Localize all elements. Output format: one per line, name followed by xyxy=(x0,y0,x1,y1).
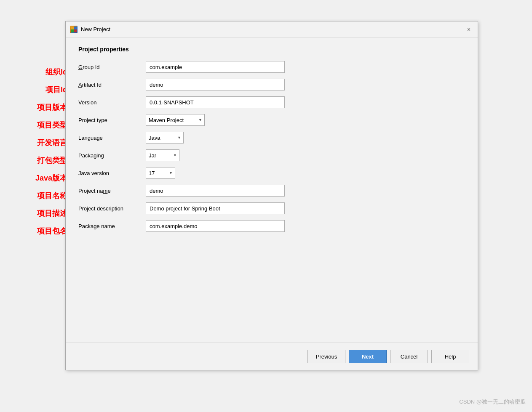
artifact-id-label: Artifact Id xyxy=(78,82,146,88)
dialog-icon xyxy=(70,26,78,33)
svg-rect-0 xyxy=(71,27,74,29)
package-name-label: Package name xyxy=(78,223,146,229)
language-select-wrapper: Java Kotlin Groovy xyxy=(146,132,184,144)
annotation-artifact-id: 项目Id xyxy=(0,81,70,98)
artifact-id-input[interactable] xyxy=(146,79,285,90)
annotation-group-id: 组织Id xyxy=(0,63,70,81)
project-name-input[interactable] xyxy=(146,185,285,197)
group-id-row: Group Id xyxy=(78,61,465,73)
help-button[interactable]: Help xyxy=(431,350,469,363)
dialog-footer: Previous Next Cancel Help xyxy=(66,343,478,370)
group-id-input[interactable] xyxy=(146,61,285,73)
close-button[interactable]: × xyxy=(464,25,473,34)
project-description-label: Project description xyxy=(78,205,146,212)
annotation-project-type: 项目类型 xyxy=(0,116,70,134)
java-version-select[interactable]: 8 11 17 21 xyxy=(146,167,175,179)
previous-button[interactable]: Previous xyxy=(307,350,345,363)
version-input[interactable] xyxy=(146,96,285,108)
java-version-row: Java version 8 11 17 21 xyxy=(78,167,465,179)
java-version-select-wrapper: 8 11 17 21 xyxy=(146,167,175,179)
section-title: Project properties xyxy=(78,46,465,53)
project-name-label: Project name xyxy=(78,188,146,194)
annotation-language: 开发语言 xyxy=(0,134,70,152)
cancel-button[interactable]: Cancel xyxy=(390,350,428,363)
annotation-package-name: 项目包名 xyxy=(0,222,70,240)
next-button[interactable]: Next xyxy=(349,350,387,363)
project-type-select[interactable]: Maven Project Gradle Project xyxy=(146,114,205,126)
project-type-label: Project type xyxy=(78,117,146,123)
version-row: Version xyxy=(78,96,465,108)
packaging-select-wrapper: Jar War xyxy=(146,149,179,161)
project-description-row: Project description xyxy=(78,202,465,214)
artifact-id-row: Artifact Id xyxy=(78,79,465,90)
packaging-row: Packaging Jar War xyxy=(78,149,465,161)
packaging-label: Packaging xyxy=(78,152,146,159)
annotation-project-name: 项目名称 xyxy=(0,187,70,205)
project-type-select-wrapper: Maven Project Gradle Project xyxy=(146,114,205,126)
annotation-project-description: 项目描述 xyxy=(0,205,70,222)
packaging-select[interactable]: Jar War xyxy=(146,149,179,161)
project-name-row: Project name xyxy=(78,185,465,197)
svg-rect-3 xyxy=(74,29,77,32)
language-select[interactable]: Java Kotlin Groovy xyxy=(146,132,184,144)
project-type-row: Project type Maven Project Gradle Projec… xyxy=(78,114,465,126)
annotation-packaging: 打包类型 xyxy=(0,152,70,169)
svg-rect-1 xyxy=(74,27,77,29)
title-bar: New Project × xyxy=(66,21,478,37)
annotation-version: 项目版本 xyxy=(0,98,70,116)
new-project-dialog: New Project × Project properties Group I… xyxy=(65,21,478,370)
package-name-row: Package name xyxy=(78,220,465,232)
dialog-body: Project properties Group Id Artifact Id … xyxy=(66,37,478,343)
java-version-label: Java version xyxy=(78,170,146,176)
package-name-input[interactable] xyxy=(146,220,285,232)
language-label: Language xyxy=(78,135,146,141)
annotations-panel: 组织Id 项目Id 项目版本 项目类型 开发语言 打包类型 Java版本 项目名… xyxy=(0,63,70,240)
group-id-label: Group Id xyxy=(78,64,146,70)
annotation-java-version: Java版本 xyxy=(0,169,70,187)
version-label: Version xyxy=(78,99,146,106)
svg-rect-2 xyxy=(71,29,74,32)
project-description-input[interactable] xyxy=(146,202,285,214)
language-row: Language Java Kotlin Groovy xyxy=(78,132,465,144)
watermark: CSDN @独一无二的哈密瓜 xyxy=(459,398,526,406)
dialog-title: New Project xyxy=(81,26,464,32)
